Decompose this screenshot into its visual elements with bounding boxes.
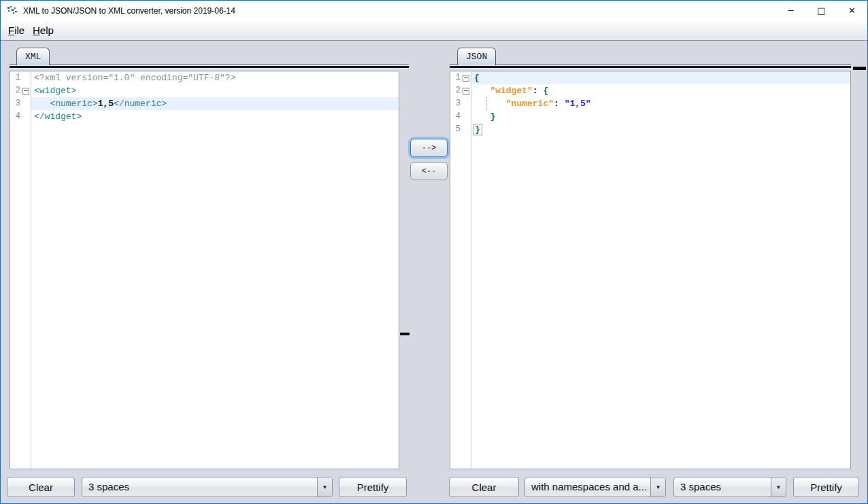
code-line-text: "numeric": "1,5" bbox=[474, 97, 591, 110]
minimize-button[interactable]: ─ bbox=[775, 1, 806, 20]
gutter-separator bbox=[31, 71, 31, 469]
code-line[interactable]: 4</widget> bbox=[10, 110, 399, 123]
left-tab-divider bbox=[10, 64, 409, 69]
convert-to-xml-button[interactable]: <-- bbox=[410, 162, 448, 180]
maximize-icon: □ bbox=[817, 5, 825, 16]
json-indent-select[interactable]: 3 spaces ▼ bbox=[673, 477, 786, 497]
line-number: 4 bbox=[10, 110, 20, 123]
line-number: 3 bbox=[450, 97, 461, 110]
close-icon: ✕ bbox=[848, 5, 856, 16]
tab-xml[interactable]: XML bbox=[16, 48, 50, 65]
code-line[interactable]: 1<?xml version="1.0" encoding="UTF-8"?> bbox=[10, 71, 399, 84]
code-line-text: "widget": { bbox=[474, 84, 548, 97]
menu-item-file[interactable]: File bbox=[4, 20, 29, 40]
fold-marker-icon[interactable] bbox=[463, 75, 469, 82]
app-icon[interactable] bbox=[7, 5, 18, 16]
xml-editor[interactable]: 1<?xml version="1.0" encoding="UTF-8"?>2… bbox=[10, 71, 399, 469]
code-line[interactable]: 2 "widget": { bbox=[450, 84, 850, 97]
code-line-text: <widget> bbox=[34, 84, 76, 97]
code-line-text: } bbox=[474, 110, 495, 123]
tab-json[interactable]: JSON bbox=[457, 48, 496, 65]
right-tab-divider bbox=[450, 64, 851, 69]
fold-marker-icon[interactable] bbox=[22, 88, 29, 95]
window-title: XML to JSON/JSON to XML converter, versi… bbox=[23, 6, 235, 16]
close-button[interactable]: ✕ bbox=[837, 1, 867, 20]
line-number: 5 bbox=[450, 123, 461, 136]
menu-bar: File Help bbox=[1, 20, 867, 41]
code-line[interactable]: 2<widget> bbox=[10, 84, 399, 97]
dropdown-arrow-icon[interactable]: ▼ bbox=[771, 477, 786, 497]
splitter-handle[interactable] bbox=[400, 333, 410, 335]
line-number: 2 bbox=[10, 84, 20, 97]
code-line[interactable]: 1{ bbox=[450, 71, 850, 84]
code-line[interactable]: 3 "numeric": "1,5" bbox=[450, 97, 850, 110]
menu-item-help[interactable]: Help bbox=[29, 20, 58, 40]
line-number: 1 bbox=[10, 71, 20, 84]
namespaces-select[interactable]: with namespaces and a... ▼ bbox=[524, 477, 666, 497]
json-editor[interactable]: 1{2 "widget": {3 "numeric": "1,5"4 }5} bbox=[450, 71, 851, 469]
xml-indent-select-value: 3 spaces bbox=[88, 477, 314, 497]
fold-marker-icon[interactable] bbox=[463, 88, 469, 95]
json-clear-button[interactable]: Clear bbox=[449, 477, 519, 497]
code-line-text: <?xml version="1.0" encoding="UTF-8"?> bbox=[34, 71, 235, 84]
namespaces-select-value: with namespaces and a... bbox=[531, 477, 648, 497]
xml-clear-button[interactable]: Clear bbox=[7, 477, 75, 497]
code-line-text: } bbox=[474, 123, 482, 136]
splitter-handle[interactable] bbox=[853, 67, 866, 70]
dropdown-arrow-icon[interactable]: ▼ bbox=[317, 477, 332, 497]
line-number: 2 bbox=[450, 84, 461, 97]
json-indent-select-value: 3 spaces bbox=[680, 477, 768, 497]
code-line-text: <numeric>1,5</numeric> bbox=[34, 97, 167, 110]
dropdown-arrow-icon[interactable]: ▼ bbox=[650, 477, 665, 497]
xml-prettify-button[interactable]: Prettify bbox=[339, 477, 407, 497]
current-line-highlight bbox=[471, 71, 850, 84]
code-line[interactable]: 4 } bbox=[450, 110, 850, 123]
code-line[interactable]: 5} bbox=[450, 123, 850, 136]
convert-to-json-button[interactable]: --> bbox=[410, 139, 448, 157]
line-number: 1 bbox=[450, 71, 461, 84]
line-number: 4 bbox=[450, 110, 461, 123]
line-number: 3 bbox=[10, 97, 20, 110]
json-prettify-button[interactable]: Prettify bbox=[793, 477, 859, 497]
title-bar[interactable]: XML to JSON/JSON to XML converter, versi… bbox=[1, 1, 867, 20]
code-line-text: { bbox=[474, 71, 480, 84]
maximize-button[interactable]: □ bbox=[806, 1, 837, 20]
minimize-icon: ─ bbox=[788, 5, 794, 16]
code-line[interactable]: 3 <numeric>1,5</numeric> bbox=[10, 97, 399, 110]
xml-indent-select[interactable]: 3 spaces ▼ bbox=[82, 477, 333, 497]
app-window: XML to JSON/JSON to XML converter, versi… bbox=[0, 0, 868, 504]
code-line-text: </widget> bbox=[34, 110, 82, 123]
